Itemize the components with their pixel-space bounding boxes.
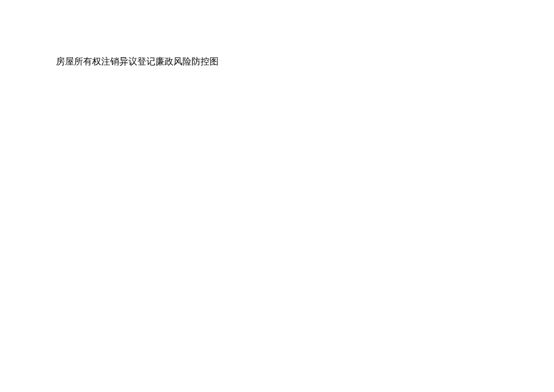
document-title: 房屋所有权注销异议登记廉政风险防控图 — [56, 56, 219, 67]
document-page: 房屋所有权注销异议登记廉政风险防控图 — [0, 0, 554, 392]
